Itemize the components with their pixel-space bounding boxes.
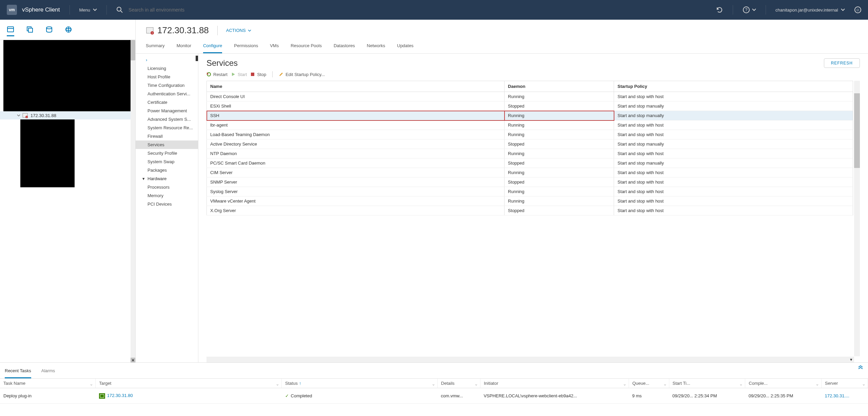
config-item-firewall[interactable]: Firewall [136, 132, 198, 140]
table-row[interactable]: Syslog ServerRunningStart and stop with … [207, 187, 853, 196]
table-row[interactable]: Deploy plug-in 172.30.31.80 ✓Completed c… [0, 388, 868, 404]
col-queue-[interactable]: Queue...⌄ [629, 379, 669, 388]
networking-icon[interactable] [65, 26, 72, 36]
chevron-down-icon [93, 8, 97, 11]
table-row[interactable]: Active Directory ServiceStoppedStart and… [207, 139, 853, 149]
tab-vms[interactable]: VMs [270, 41, 279, 53]
col-initiator[interactable]: Initiator⌄ [480, 379, 629, 388]
bottom-tab-alarms[interactable]: Alarms [41, 366, 55, 378]
chevron-down-icon[interactable]: ⌄ [276, 381, 279, 386]
chevron-down-icon[interactable]: ⌄ [862, 381, 866, 386]
config-heading-hardware[interactable]: ▾ Hardware [136, 174, 198, 183]
tab-resource-pools[interactable]: Resource Pools [291, 41, 322, 53]
table-row[interactable]: ESXi ShellStoppedStart and stop manually [207, 101, 853, 111]
header-separator [70, 5, 70, 15]
config-item-system-resource-re-[interactable]: System Resource Re... [136, 124, 198, 132]
col-status[interactable]: Status↑⌄ [282, 379, 438, 388]
col-startup-policy[interactable]: Startup Policy [614, 81, 853, 92]
config-item-pci-devices[interactable]: PCI Devices [136, 200, 198, 208]
config-item-services[interactable]: Services [136, 140, 198, 149]
tab-updates[interactable]: Updates [397, 41, 413, 53]
chevron-down-icon[interactable]: ⌄ [623, 381, 627, 386]
col-target[interactable]: Target⌄ [96, 379, 282, 388]
storage-icon[interactable] [45, 26, 53, 36]
refresh-icon[interactable] [716, 6, 723, 14]
scrollbar-thumb[interactable] [854, 93, 860, 168]
table-row[interactable]: PC/SC Smart Card DaemonStoppedStart and … [207, 158, 853, 168]
tree-scrollbar[interactable]: ▾ [131, 40, 135, 362]
server-link[interactable]: 172.30.31.... [825, 393, 849, 398]
stop-button[interactable]: Stop [250, 72, 266, 77]
config-item-time-configuration[interactable]: Time Configuration [136, 81, 198, 90]
col-daemon[interactable]: Daemon [505, 81, 614, 92]
chevron-down-icon[interactable]: ⌄ [663, 381, 667, 386]
scrollbar-thumb[interactable] [131, 40, 135, 60]
chevron-down-icon[interactable] [17, 114, 20, 117]
toolbar-separator [272, 71, 273, 77]
table-scrollbar[interactable] [854, 81, 860, 356]
menu-button[interactable]: Menu [79, 7, 97, 13]
feedback-icon[interactable]: ☺ [854, 6, 861, 13]
col-start-ti-[interactable]: Start Ti...⌄ [669, 379, 745, 388]
search-icon[interactable] [116, 6, 123, 13]
col-task-name[interactable]: Task Name⌄ [0, 379, 96, 388]
target-link[interactable]: 172.30.31.80 [107, 393, 133, 398]
tab-configure[interactable]: Configure [203, 41, 222, 53]
table-row[interactable]: Direct Console UIRunningStart and stop w… [207, 92, 853, 101]
col-server[interactable]: Server⌄ [822, 379, 868, 388]
scroll-up-indicator[interactable]: ▴ [196, 56, 198, 61]
tab-summary[interactable]: Summary [146, 41, 165, 53]
config-item-system-swap[interactable]: System Swap [136, 157, 198, 166]
col-details[interactable]: Details⌄ [437, 379, 480, 388]
help-icon[interactable]: ? [743, 6, 756, 14]
config-item-memory[interactable]: Memory [136, 191, 198, 200]
config-breadcrumb[interactable]: › [136, 56, 198, 64]
cell-daemon: Running [505, 111, 614, 120]
col-comple-[interactable]: Comple...⌄ [745, 379, 822, 388]
config-item-host-profile[interactable]: Host Profile [136, 73, 198, 81]
config-item-security-profile[interactable]: Security Profile [136, 149, 198, 157]
tab-networks[interactable]: Networks [367, 41, 385, 53]
tab-datastores[interactable]: Datastores [334, 41, 355, 53]
table-row[interactable]: VMware vCenter AgentRunningStart and sto… [207, 196, 853, 206]
config-item-advanced-system-s-[interactable]: Advanced System S... [136, 115, 198, 124]
table-row[interactable]: X.Org ServerStoppedStart and stop with h… [207, 206, 853, 215]
tab-monitor[interactable]: Monitor [177, 41, 191, 53]
check-icon: ✓ [285, 393, 289, 398]
cell-policy: Start and stop with host [614, 92, 853, 101]
config-item-processors[interactable]: Processors [136, 183, 198, 191]
chevron-down-icon[interactable]: ⌄ [815, 381, 819, 386]
tree-node-host[interactable]: ! 172.30.31.88 [0, 111, 131, 119]
cell-details: com.vmw... [437, 388, 480, 404]
chevron-down-icon[interactable]: ⌄ [474, 381, 478, 386]
config-item-power-management[interactable]: Power Management [136, 107, 198, 115]
table-row[interactable]: SNMP ServerStoppedStart and stop with ho… [207, 177, 853, 187]
chevron-down-icon[interactable]: ⌄ [90, 381, 93, 386]
collapse-panel-icon[interactable] [858, 365, 863, 370]
scroll-down-icon[interactable]: ▾ [131, 358, 135, 362]
config-item-licensing[interactable]: Licensing [136, 64, 198, 73]
refresh-button[interactable]: REFRESH [824, 58, 860, 68]
search-input[interactable] [129, 7, 271, 13]
config-item-packages[interactable]: Packages [136, 166, 198, 174]
table-row[interactable]: CIM ServerRunningStart and stop with hos… [207, 168, 853, 177]
hosts-clusters-icon[interactable] [7, 26, 14, 36]
col-name[interactable]: Name [207, 81, 505, 92]
table-row[interactable]: lbr-agentRunningStart and stop with host [207, 120, 853, 130]
table-row[interactable]: NTP DaemonRunningStart and stop with hos… [207, 149, 853, 158]
user-menu[interactable]: chanitapon.jar@unixdev.internal [775, 7, 845, 13]
chevron-down-icon[interactable]: ⌄ [739, 381, 743, 386]
edit-startup-button[interactable]: Edit Startup Policy... [279, 72, 325, 77]
restart-button[interactable]: Restart [206, 72, 228, 77]
table-row[interactable]: Load-Based Teaming DaemonRunningStart an… [207, 130, 853, 139]
host-icon [99, 393, 105, 399]
scroll-down-icon[interactable]: ▾ [848, 357, 854, 362]
table-row[interactable]: SSHRunningStart and stop manually [207, 111, 853, 120]
bottom-tab-recent-tasks[interactable]: Recent Tasks [5, 366, 31, 378]
tab-permissions[interactable]: Permissions [234, 41, 258, 53]
config-item-certificate[interactable]: Certificate [136, 98, 198, 107]
chevron-down-icon[interactable]: ⌄ [432, 381, 435, 386]
config-item-authentication-servi-[interactable]: Authentication Servi... [136, 90, 198, 98]
actions-menu[interactable]: ACTIONS [226, 28, 251, 33]
vms-templates-icon[interactable] [26, 26, 34, 36]
